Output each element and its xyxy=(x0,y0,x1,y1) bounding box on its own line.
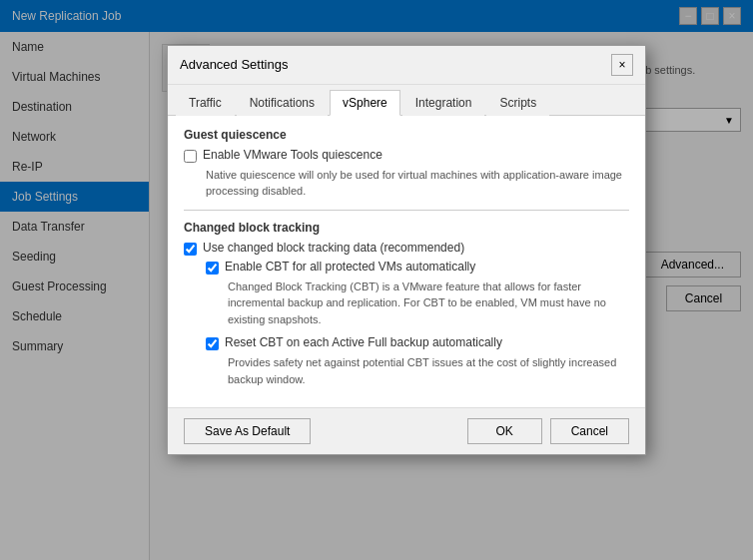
tab-vsphere[interactable]: vSphere xyxy=(330,90,400,116)
reset-cbt-row: Reset CBT on each Active Full backup aut… xyxy=(206,335,629,350)
cbt-sub-options: Enable CBT for all protected VMs automat… xyxy=(206,260,629,388)
reset-cbt-description: Provides safety net against potential CB… xyxy=(228,354,629,387)
vmware-tools-quiescence-checkbox[interactable] xyxy=(184,150,197,163)
use-cbt-checkbox[interactable] xyxy=(184,243,197,256)
section-divider xyxy=(184,210,629,211)
reset-cbt-checkbox[interactable] xyxy=(206,337,219,350)
dialog-footer-right: OK Cancel xyxy=(467,418,629,444)
dialog-title: Advanced Settings xyxy=(180,57,288,72)
enable-cbt-row: Enable CBT for all protected VMs automat… xyxy=(206,260,629,275)
dialog-close-button[interactable]: × xyxy=(611,54,633,76)
advanced-settings-dialog: Advanced Settings × Traffic Notification… xyxy=(167,45,646,456)
vmware-tools-quiescence-row: Enable VMware Tools quiescence xyxy=(184,148,629,163)
vmware-tools-quiescence-label[interactable]: Enable VMware Tools quiescence xyxy=(203,148,382,162)
tab-scripts[interactable]: Scripts xyxy=(486,90,549,116)
tab-integration[interactable]: Integration xyxy=(402,90,485,116)
guest-quiescence-description: Native quiescence will only be used for … xyxy=(206,167,629,200)
dialog-tabs: Traffic Notifications vSphere Integratio… xyxy=(168,85,645,116)
dialog-titlebar: Advanced Settings × xyxy=(168,46,645,85)
enable-cbt-checkbox[interactable] xyxy=(206,262,219,275)
dialog-content: Guest quiescence Enable VMware Tools qui… xyxy=(168,116,645,408)
cbt-description: Changed Block Tracking (CBT) is a VMware… xyxy=(228,279,629,328)
reset-cbt-label[interactable]: Reset CBT on each Active Full backup aut… xyxy=(225,335,502,349)
ok-button[interactable]: OK xyxy=(467,418,542,444)
tab-notifications[interactable]: Notifications xyxy=(237,90,328,116)
dialog-footer: Save As Default OK Cancel xyxy=(168,407,645,454)
dialog-overlay: Advanced Settings × Traffic Notification… xyxy=(0,0,753,560)
guest-quiescence-section: Guest quiescence Enable VMware Tools qui… xyxy=(184,128,629,200)
save-as-default-button[interactable]: Save As Default xyxy=(184,418,311,444)
use-cbt-label[interactable]: Use changed block tracking data (recomme… xyxy=(203,241,464,255)
tab-traffic[interactable]: Traffic xyxy=(176,90,235,116)
guest-quiescence-label: Guest quiescence xyxy=(184,128,629,142)
use-cbt-row: Use changed block tracking data (recomme… xyxy=(184,241,629,256)
dialog-cancel-button[interactable]: Cancel xyxy=(550,418,629,444)
enable-cbt-label[interactable]: Enable CBT for all protected VMs automat… xyxy=(225,260,475,274)
cbt-section-label: Changed block tracking xyxy=(184,221,629,235)
cbt-section: Changed block tracking Use changed block… xyxy=(184,221,629,388)
